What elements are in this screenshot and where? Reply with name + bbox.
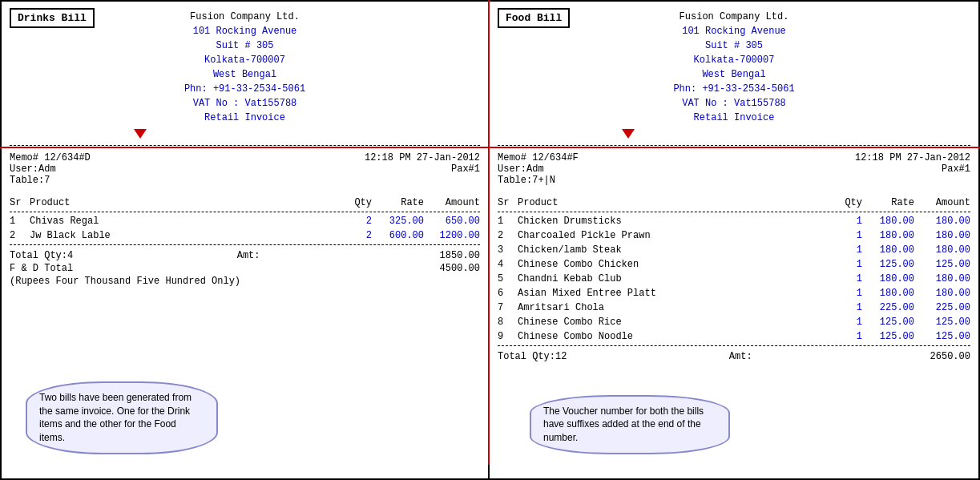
right-arrow-area (498, 129, 970, 142)
item-rate: 180.00 (862, 244, 914, 256)
left-vat: VAT No : Vat155788 (10, 96, 480, 111)
left-col-amount: Amount (424, 197, 480, 208)
item-sr: 9 (498, 331, 518, 342)
right-address4: West Bengal (498, 67, 970, 82)
right-pax: Pax#1 (942, 163, 970, 175)
right-total-row: Total Qty:12 Amt: 2650.00 (498, 351, 970, 362)
right-items-list: 1 Chicken Drumsticks 1 180.00 180.00 2 C… (498, 214, 970, 344)
item-product: Jw Black Lable (30, 230, 332, 241)
left-total-qty: Total Qty:4 (10, 250, 73, 261)
right-items-bottom-line (498, 345, 970, 346)
item-amount: 180.00 (914, 273, 970, 284)
item-qty: 1 (822, 288, 862, 299)
item-product: Chicken/lamb Steak (518, 244, 822, 256)
left-rupees-text: (Rupees Four Thousand Five Hundred Only) (10, 276, 480, 287)
item-product: Chinese Combo Noodle (518, 331, 822, 342)
left-address2: Suit # 305 (10, 38, 480, 53)
item-amount: 1200.00 (424, 230, 480, 241)
item-sr: 5 (498, 273, 518, 284)
left-fd-total: 4500.00 (424, 263, 480, 274)
item-qty: 2 (332, 216, 372, 227)
right-vat: VAT No : Vat155788 (498, 96, 970, 111)
right-col-product: Product (518, 197, 822, 208)
right-total-amt-label: Amt: (729, 351, 752, 362)
left-totals: Total Qty:4 Amt: 1850.00 F & D Total 450… (2, 247, 488, 290)
right-items-top-line (498, 212, 970, 212)
left-col-sr: Sr (10, 197, 30, 208)
item-product: Chandni Kebab Club (518, 273, 822, 284)
right-table: Table:7+|N (498, 175, 970, 186)
item-rate: 125.00 (862, 259, 914, 270)
main-container: Drinks Bill Fusion Company Ltd. 101 Rock… (0, 0, 980, 480)
right-col-qty: Qty (822, 197, 862, 208)
drinks-bill-panel: Drinks Bill Fusion Company Ltd. 101 Rock… (0, 0, 490, 480)
item-product: Chinese Combo Chicken (518, 259, 822, 270)
item-sr: 2 (498, 230, 518, 241)
food-bill-panel: Food Bill Fusion Company Ltd. 101 Rockin… (490, 0, 980, 480)
right-col-rate: Rate (862, 197, 914, 208)
left-speech-bubble: Two bills have been generated from the s… (26, 381, 218, 454)
item-amount: 180.00 (914, 216, 970, 227)
item-sr: 7 (498, 302, 518, 313)
left-items-top-line (10, 212, 480, 212)
item-qty: 1 (822, 230, 862, 241)
table-row: 5 Chandni Kebab Club 1 180.00 180.00 (498, 272, 970, 286)
item-sr: 1 (10, 216, 30, 227)
item-amount: 180.00 (914, 288, 970, 299)
left-total-row: Total Qty:4 Amt: 1850.00 (10, 250, 480, 261)
right-phone: Phn: +91-33-2534-5061 (498, 82, 970, 96)
item-rate: 180.00 (862, 230, 914, 241)
left-items-header: Sr Product Qty Rate Amount (10, 196, 480, 210)
left-address4: West Bengal (10, 67, 480, 82)
left-dashed-1 (10, 145, 480, 146)
item-sr: 6 (498, 288, 518, 299)
item-product: Charcoaled Pickle Prawn (518, 230, 822, 241)
item-product: Chicken Drumsticks (518, 216, 822, 227)
right-col-amount: Amount (914, 197, 970, 208)
left-arrow-area (10, 129, 480, 142)
item-sr: 1 (498, 216, 518, 227)
table-row: 2 Charcoaled Pickle Prawn 1 180.00 180.0… (498, 228, 970, 243)
left-total-amt-label: Amt: (237, 250, 260, 261)
left-fd-label: F & D Total (10, 263, 73, 274)
right-memo: Memo# 12/634#F (498, 152, 579, 163)
item-qty: 1 (822, 259, 862, 270)
left-col-rate: Rate (372, 197, 424, 208)
left-pax: Pax#1 (451, 163, 480, 175)
item-qty: 1 (822, 317, 862, 328)
table-row: 4 Chinese Combo Chicken 1 125.00 125.00 (498, 257, 970, 272)
right-user: User:Adm (498, 163, 544, 175)
item-rate: 180.00 (862, 216, 914, 227)
left-memo-section: Memo# 12/634#D 12:18 PM 27-Jan-2012 User… (2, 149, 488, 189)
item-sr: 8 (498, 317, 518, 328)
left-col-qty: Qty (332, 197, 372, 208)
left-address3: Kolkata-700007 (10, 53, 480, 67)
table-row: 9 Chinese Combo Noodle 1 125.00 125.00 (498, 329, 970, 344)
item-amount: 180.00 (914, 230, 970, 241)
left-memo: Memo# 12/634#D (10, 152, 91, 163)
item-rate: 125.00 (862, 331, 914, 342)
left-col-product: Product (30, 197, 332, 208)
item-amount: 650.00 (424, 216, 480, 227)
left-items-list: 1 Chivas Regal 2 325.00 650.00 2 Jw Blac… (10, 214, 480, 243)
item-amount: 125.00 (914, 331, 970, 342)
right-speech-bubble: The Voucher number for both the bills ha… (530, 395, 730, 454)
food-bill-label: Food Bill (498, 8, 570, 28)
right-memo-row2: User:Adm Pax#1 (498, 163, 970, 175)
item-qty: 1 (822, 331, 862, 342)
left-invoice: Retail Invoice (10, 111, 480, 125)
table-row: 1 Chivas Regal 2 325.00 650.00 (10, 214, 480, 228)
right-memo-section: Memo# 12/634#F 12:18 PM 27-Jan-2012 User… (490, 149, 978, 189)
item-rate: 180.00 (862, 288, 914, 299)
item-qty: 1 (822, 273, 862, 284)
right-totals: Total Qty:12 Amt: 2650.00 (490, 348, 978, 365)
left-user: User:Adm (10, 163, 56, 175)
table-row: 7 Amritsari Chola 1 225.00 225.00 (498, 301, 970, 315)
item-product: Chivas Regal (30, 216, 332, 227)
drinks-bill-label: Drinks Bill (10, 8, 95, 28)
item-qty: 1 (822, 244, 862, 256)
table-row: 8 Chinese Combo Rice 1 125.00 125.00 (498, 315, 970, 329)
h-line-right (490, 147, 980, 148)
vertical-divider (488, 0, 490, 465)
item-qty: 1 (822, 302, 862, 313)
